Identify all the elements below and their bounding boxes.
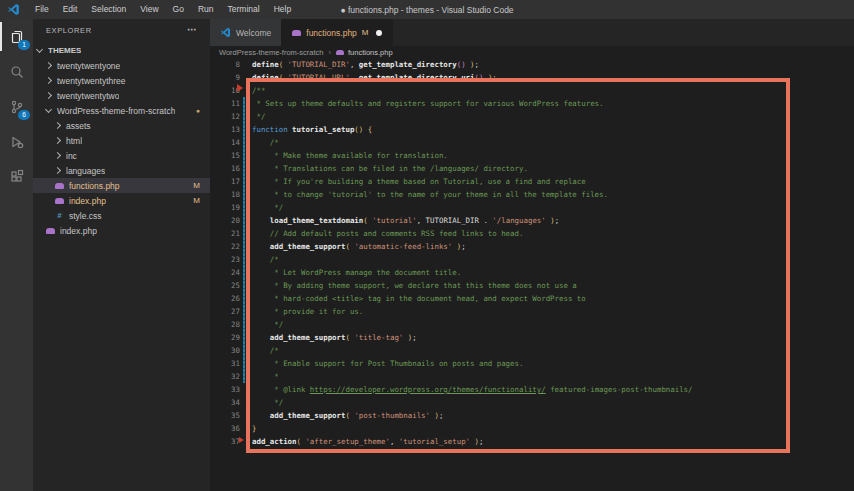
line-number[interactable]: 8 (210, 58, 240, 71)
tree-item-style-css[interactable]: #style.css (33, 208, 210, 223)
unsaved-dot-icon[interactable] (376, 30, 382, 36)
code-line-35[interactable]: 35 add_theme_support( 'post-thumbnails' … (210, 409, 854, 422)
code-line-37[interactable]: 37add_action( 'after_setup_theme', 'tuto… (210, 435, 854, 448)
tree-item-wordpress-theme-from-scratch[interactable]: WordPress-theme-from-scratch● (33, 103, 210, 118)
tree-item-assets[interactable]: assets (33, 118, 210, 133)
menu-terminal[interactable]: Terminal (221, 0, 267, 19)
tree-item-themes[interactable]: THEMES (33, 43, 210, 58)
line-number[interactable]: 36 (210, 422, 240, 435)
breadcrumb-file[interactable]: functions.php (348, 48, 393, 57)
line-number[interactable]: 26 (210, 292, 240, 305)
line-number[interactable]: 18 (210, 188, 240, 201)
line-number[interactable]: 31 (210, 357, 240, 370)
line-number[interactable]: 20 (210, 214, 240, 227)
line-number[interactable]: 21 (210, 227, 240, 240)
title-bar: FileEditSelectionViewGoRunTerminalHelp ●… (0, 0, 854, 19)
code-line-13[interactable]: 13function tutorial_setup() { (210, 123, 854, 136)
code-line-10[interactable]: 10/** (210, 84, 854, 97)
code-line-21[interactable]: 21 // Add default posts and comments RSS… (210, 227, 854, 240)
code-line-34[interactable]: 34 */ (210, 396, 854, 409)
search-icon[interactable] (0, 54, 33, 89)
tree-item-inc[interactable]: inc (33, 148, 210, 163)
code-line-8[interactable]: 8define( 'TUTORIAL_DIR', get_template_di… (210, 58, 854, 71)
tree-item-languages[interactable]: languages (33, 163, 210, 178)
code-line-32[interactable]: 32 * (210, 370, 854, 383)
code-line-19[interactable]: 19 */ (210, 201, 854, 214)
extensions-icon[interactable] (0, 159, 33, 194)
tree-item-twentytwentytwo[interactable]: twentytwentytwo (33, 88, 210, 103)
menu-file[interactable]: File (28, 0, 56, 19)
code-line-23[interactable]: 23 /* (210, 253, 854, 266)
line-number[interactable]: 25 (210, 279, 240, 292)
line-number[interactable]: 14 (210, 136, 240, 149)
code-line-27[interactable]: 27 * provide it for us. (210, 305, 854, 318)
line-number[interactable]: 23 (210, 253, 240, 266)
code-line-36[interactable]: 36} (210, 422, 854, 435)
menu-selection[interactable]: Selection (84, 0, 133, 19)
code-line-31[interactable]: 31 * Enable support for Post Thumbnails … (210, 357, 854, 370)
code-line-26[interactable]: 26 * hard-coded <title> tag in the docum… (210, 292, 854, 305)
line-number[interactable]: 16 (210, 162, 240, 175)
line-number[interactable]: 10 (210, 84, 240, 97)
line-number[interactable]: 24 (210, 266, 240, 279)
line-number[interactable]: 35 (210, 409, 240, 422)
code-line-17[interactable]: 17 * If you're building a theme based on… (210, 175, 854, 188)
tree-item-twentytwentyone[interactable]: twentytwentyone (33, 58, 210, 73)
explorer-icon[interactable]: 1 (0, 19, 33, 54)
line-number[interactable]: 33 (210, 383, 240, 396)
source-control-icon[interactable]: 6 (0, 89, 33, 124)
tree-item-twentytwentythree[interactable]: twentytwentythree (33, 73, 210, 88)
menu-go[interactable]: Go (166, 0, 191, 19)
tree-item-index-php[interactable]: index.php (33, 223, 210, 238)
line-number[interactable]: 9 (210, 71, 240, 84)
line-content: /* (240, 344, 279, 357)
code-line-16[interactable]: 16 * Translations can be filed in the /l… (210, 162, 854, 175)
code-line-29[interactable]: 29 add_theme_support( 'title-tag' ); (210, 331, 854, 344)
line-number[interactable]: 11 (210, 97, 240, 110)
line-number[interactable]: 37 (210, 435, 240, 448)
tree-item-functions-php[interactable]: functions.phpM (33, 178, 210, 193)
menu-run[interactable]: Run (191, 0, 221, 19)
line-number[interactable]: 19 (210, 201, 240, 214)
line-number[interactable]: 27 (210, 305, 240, 318)
run-and-debug-icon[interactable] (0, 124, 33, 159)
tab-welcome[interactable]: Welcome (210, 19, 282, 46)
code-line-25[interactable]: 25 * By adding theme support, we declare… (210, 279, 854, 292)
tree-item-html[interactable]: html (33, 133, 210, 148)
tree-item-index-php[interactable]: index.phpM (33, 193, 210, 208)
vscode-logo-icon (220, 27, 231, 38)
menu-help[interactable]: Help (267, 0, 298, 19)
code-line-12[interactable]: 12 */ (210, 110, 854, 123)
code-line-15[interactable]: 15 * Make theme available for translatio… (210, 149, 854, 162)
code-line-22[interactable]: 22 add_theme_support( 'automatic-feed-li… (210, 240, 854, 253)
code-line-28[interactable]: 28 */ (210, 318, 854, 331)
line-number[interactable]: 17 (210, 175, 240, 188)
line-number[interactable]: 28 (210, 318, 240, 331)
more-actions-icon[interactable]: ⋯ (187, 27, 198, 33)
breadcrumb: WordPress-theme-from-scratch › functions… (210, 46, 854, 58)
line-number[interactable]: 34 (210, 396, 240, 409)
code-line-20[interactable]: 20 load_theme_textdomain( 'tutorial', TU… (210, 214, 854, 227)
code-line-14[interactable]: 14 /* (210, 136, 854, 149)
code-line-33[interactable]: 33 * @link https://developer.wordpress.o… (210, 383, 854, 396)
line-number[interactable]: 15 (210, 149, 240, 162)
code-line-18[interactable]: 18 * to change 'tutorial' to the name of… (210, 188, 854, 201)
tab-functions-php[interactable]: functions.php M (282, 19, 392, 46)
code-editor[interactable]: 8define( 'TUTORIAL_DIR', get_template_di… (210, 58, 854, 448)
line-number[interactable]: 32 (210, 370, 240, 383)
line-number[interactable]: 29 (210, 331, 240, 344)
code-line-9[interactable]: 9define( 'TUTORIAL_URL', get_template_di… (210, 71, 854, 84)
code-line-24[interactable]: 24 * Let WordPress manage the document t… (210, 266, 854, 279)
menu-view[interactable]: View (133, 0, 165, 19)
line-content: * (240, 370, 279, 383)
line-number[interactable]: 30 (210, 344, 240, 357)
line-number[interactable]: 12 (210, 110, 240, 123)
code-line-11[interactable]: 11 * Sets up theme defaults and register… (210, 97, 854, 110)
line-number[interactable]: 13 (210, 123, 240, 136)
menu-edit[interactable]: Edit (56, 0, 85, 19)
line-number[interactable]: 22 (210, 240, 240, 253)
menu-bar: FileEditSelectionViewGoRunTerminalHelp (28, 0, 298, 19)
breadcrumb-folder[interactable]: WordPress-theme-from-scratch (219, 48, 323, 57)
chevron-down-icon (36, 46, 43, 53)
code-line-30[interactable]: 30 /* (210, 344, 854, 357)
